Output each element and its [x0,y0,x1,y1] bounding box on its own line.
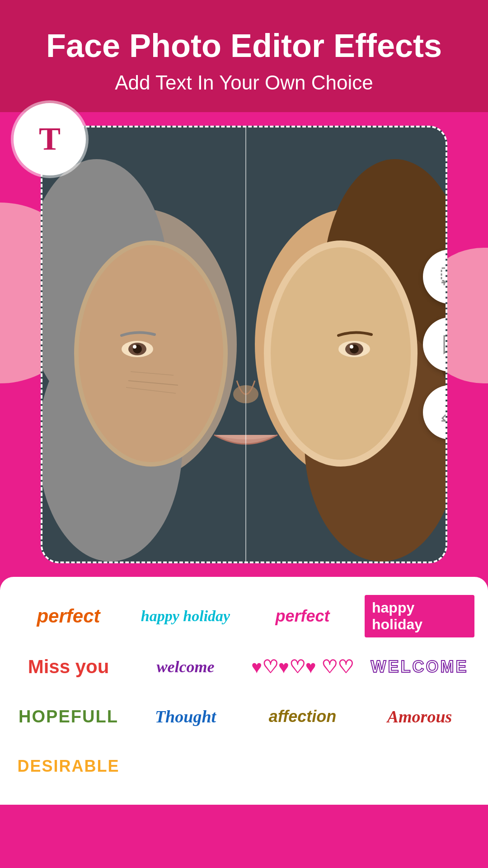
svg-rect-25 [441,268,447,281]
sticker-item-3[interactable]: perfect [248,595,357,637]
svg-point-22 [350,345,353,349]
sticker-grid: perfecthappy holidayperfecthappy holiday… [14,595,474,787]
bookmark-icon [438,332,447,357]
bookmark-button[interactable] [423,317,447,372]
crop-button[interactable] [423,250,447,304]
sticker-item-7[interactable]: ♥♡♥♡♥ ♡♡ [248,646,357,687]
edit-icon [438,400,447,425]
sticker-item-11[interactable]: affection [248,696,357,737]
face-image [42,127,447,561]
photo-editor-frame [41,126,447,563]
svg-text:T: T [39,121,61,157]
text-tool-button[interactable]: T [14,103,86,175]
app-subtitle: Add Text In Your Own Choice [18,71,470,94]
side-toolbar [423,250,447,439]
text-icon: T [29,119,70,160]
sticker-panel: perfecthappy holidayperfecthappy holiday… [0,577,488,805]
sticker-item-9[interactable]: HOPEFULL [14,696,123,737]
svg-point-6 [79,245,223,462]
app-title: Face Photo Editor Effects [18,27,470,64]
sticker-item-5[interactable]: Miss you [14,646,123,687]
main-content: T [0,112,488,577]
crop-icon [438,264,447,289]
header: Face Photo Editor Effects Add Text In Yo… [0,0,488,112]
sticker-item-10[interactable]: Thought [131,696,240,737]
sticker-item-6[interactable]: welcome [131,646,240,687]
svg-point-18 [133,345,136,349]
sticker-item-12[interactable]: Amorous [365,696,474,737]
sticker-item-2[interactable]: happy holiday [131,595,240,637]
sticker-item-13[interactable]: DESIRABLE [14,746,123,787]
sticker-item-8[interactable]: WELCOME [365,646,474,687]
svg-point-14 [271,247,411,460]
sticker-item-4[interactable]: happy holiday [365,595,474,637]
edit-button[interactable] [423,385,447,439]
sticker-item-1[interactable]: perfect [14,595,123,637]
